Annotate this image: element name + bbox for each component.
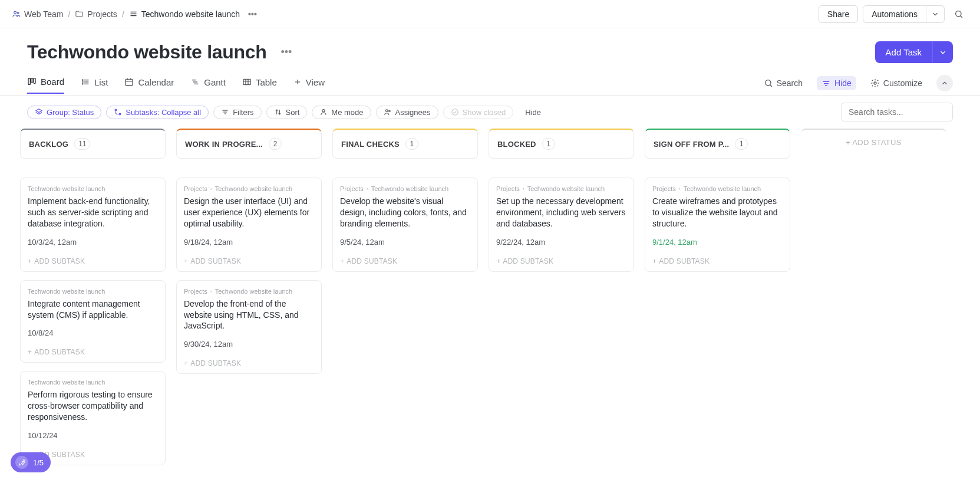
chip-show-closed[interactable]: Show closed (443, 106, 514, 119)
tab-board[interactable]: Board (27, 77, 64, 94)
chip-assignees-label: Assignees (395, 108, 431, 117)
page-title: Techwondo website launch (27, 41, 266, 63)
column-header[interactable]: BACKLOG11 (20, 129, 166, 159)
tab-list-label: List (94, 77, 108, 87)
add-subtask-button[interactable]: +ADD SUBTASK (340, 257, 470, 265)
card-breadcrumb: Techwondo website launch (28, 185, 158, 192)
add-status-button[interactable]: + ADD STATUS (801, 129, 946, 465)
svg-point-34 (874, 82, 876, 84)
column-cards: Techwondo website launchImplement back-e… (20, 178, 166, 465)
chip-hide-label: Hide (525, 108, 541, 117)
top-actions: Share Automations (819, 5, 968, 24)
chip-me-mode[interactable]: Me mode (312, 106, 371, 119)
column: FINAL CHECKS1Projects›Techwondo website … (332, 129, 478, 465)
page-title-more[interactable]: ••• (276, 44, 296, 61)
chip-filters[interactable]: Filters (213, 106, 261, 119)
column-name: FINAL CHECKS (341, 140, 400, 149)
column: BACKLOG11Techwondo website launchImpleme… (20, 129, 166, 465)
breadcrumb-sep: / (122, 9, 124, 19)
view-search[interactable]: Search (759, 76, 807, 90)
add-subtask-button[interactable]: +ADD SUBTASK (184, 257, 314, 265)
chevron-right-icon: › (523, 186, 524, 192)
onboarding-pill[interactable]: 1/5 (11, 452, 51, 472)
gantt-icon (190, 77, 200, 87)
add-task-button[interactable]: Add Task (875, 41, 932, 63)
breadcrumb-more[interactable]: ••• (245, 8, 260, 20)
people-icon (384, 108, 392, 116)
chip-sort-label: Sort (286, 108, 300, 117)
task-card[interactable]: Projects›Techwondo website launchDevelop… (332, 178, 478, 272)
tab-table-label: Table (256, 77, 277, 87)
view-customize[interactable]: Customize (866, 76, 927, 90)
global-search-button[interactable] (949, 5, 968, 24)
card-crumb-current: Techwondo website launch (28, 379, 105, 386)
svg-point-10 (83, 80, 83, 80)
view-hide[interactable]: Hide (817, 76, 856, 90)
column: BLOCKED1Projects›Techwondo website launc… (489, 129, 634, 465)
subtask-icon (114, 108, 122, 116)
svg-rect-23 (243, 79, 250, 84)
task-card[interactable]: Techwondo website launchImplement back-e… (20, 178, 166, 272)
card-crumb-current: Techwondo website launch (28, 185, 105, 192)
add-subtask-button[interactable]: +ADD SUBTASK (184, 359, 314, 367)
tab-gantt[interactable]: Gantt (190, 77, 226, 94)
filter-left: Group: Status Subtasks: Collapse all Fil… (27, 106, 548, 119)
task-card[interactable]: Projects›Techwondo website launchCreate … (645, 178, 790, 272)
column-header[interactable]: WORK IN PROGRE...2 (176, 129, 322, 159)
add-subtask-button[interactable]: +ADD SUBTASK (28, 348, 158, 356)
folder-icon (75, 9, 84, 18)
card-date: 9/5/24, 12am (340, 238, 470, 247)
column-name: WORK IN PROGRE... (185, 140, 263, 149)
breadcrumb-projects[interactable]: Projects (75, 9, 117, 19)
column-header[interactable]: BLOCKED1 (489, 129, 634, 159)
column-count: 1 (735, 138, 748, 150)
tab-list[interactable]: List (81, 77, 108, 94)
column-count: 1 (542, 138, 555, 150)
chevron-down-icon (931, 10, 939, 18)
card-crumb-current: Techwondo website launch (527, 185, 605, 192)
plus-icon: + (28, 257, 32, 265)
svg-point-1 (17, 12, 19, 14)
column-cards: Projects›Techwondo website launchDevelop… (332, 178, 478, 272)
task-card[interactable]: Techwondo website launchIntegrate conten… (20, 280, 166, 363)
top-bar: Web Team / Projects / Techwondo website … (0, 0, 980, 28)
onboarding-count: 1/5 (33, 458, 44, 467)
card-crumb-current: Techwondo website launch (215, 288, 292, 295)
tab-calendar[interactable]: Calendar (124, 77, 174, 94)
breadcrumb-team-label: Web Team (24, 9, 63, 19)
task-card[interactable]: Projects›Techwondo website launchSet up … (489, 178, 634, 272)
collapse-button[interactable] (936, 75, 953, 91)
svg-point-14 (83, 84, 83, 84)
add-subtask-button[interactable]: +ADD SUBTASK (28, 257, 158, 265)
task-card[interactable]: Projects›Techwondo website launchDevelop… (176, 280, 322, 374)
chevron-right-icon: › (210, 288, 212, 294)
automations-button[interactable]: Automations (863, 5, 926, 23)
search-tasks-input[interactable] (841, 103, 953, 121)
share-button[interactable]: Share (819, 5, 858, 23)
chip-group-status[interactable]: Group: Status (27, 106, 101, 119)
tab-table[interactable]: Table (242, 77, 277, 94)
view-search-label: Search (777, 78, 803, 88)
card-breadcrumb: Projects›Techwondo website launch (496, 185, 626, 192)
column-header[interactable]: SIGN OFF FROM P...1 (645, 129, 790, 159)
add-subtask-button[interactable]: +ADD SUBTASK (496, 257, 626, 265)
add-subtask-label: ADD SUBTASK (34, 348, 85, 356)
add-task-dropdown[interactable] (932, 41, 953, 63)
page-header: Techwondo website launch ••• Add Task (0, 28, 980, 63)
plus-icon: + (184, 359, 188, 367)
card-title: Create wireframes and prototypes to visu… (652, 196, 783, 229)
breadcrumb-current[interactable]: Techwondo website launch (129, 9, 240, 19)
chip-sort[interactable]: Sort (266, 106, 308, 119)
svg-point-43 (388, 110, 390, 112)
chip-assignees[interactable]: Assignees (376, 106, 438, 119)
add-subtask-button[interactable]: +ADD SUBTASK (652, 257, 783, 265)
task-card[interactable]: Techwondo website launchPerform rigorous… (20, 371, 166, 465)
task-card[interactable]: Projects›Techwondo website launchDesign … (176, 178, 322, 272)
column-header[interactable]: FINAL CHECKS1 (332, 129, 478, 159)
chip-hide[interactable]: Hide (518, 106, 548, 119)
breadcrumb-team[interactable]: Web Team (12, 9, 63, 19)
chip-me-mode-label: Me mode (331, 108, 363, 117)
chip-subtasks[interactable]: Subtasks: Collapse all (106, 106, 209, 119)
automations-dropdown[interactable] (926, 5, 945, 23)
tab-add-view[interactable]: View (293, 77, 325, 94)
